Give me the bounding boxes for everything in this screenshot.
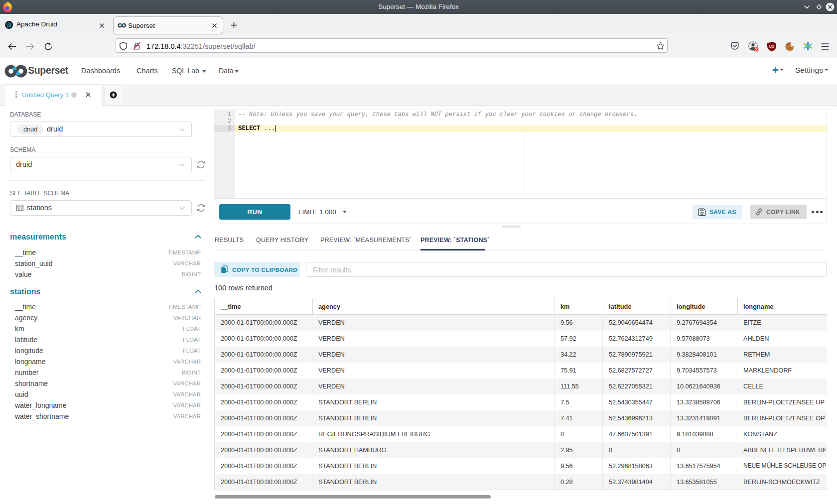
svg-text:UO: UO [769, 45, 775, 48]
